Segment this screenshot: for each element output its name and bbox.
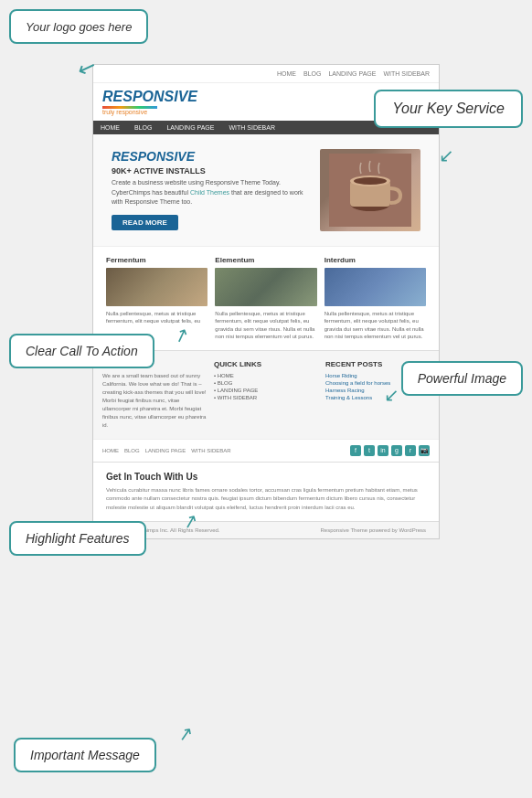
feature-text-3: Nulla pellentesque, metus at tristique f… xyxy=(325,310,426,341)
bottom-nav-bar: HOME BLOG LANDING PAGE WITH SIDEBAR f t … xyxy=(93,439,439,462)
site-mockup: HOME BLOG LANDING PAGE WITH SIDEBAR RESP… xyxy=(92,64,440,539)
hero-image xyxy=(320,149,420,231)
feature-item-1: Fermentum Nulla pellentesque, metus at t… xyxy=(102,256,211,341)
list-item[interactable]: HOME xyxy=(214,372,318,379)
feature-image-1 xyxy=(106,268,207,306)
hero-image-svg xyxy=(329,154,411,227)
feature-image-3 xyxy=(325,268,426,306)
rss-icon[interactable]: r xyxy=(405,445,416,456)
contact-section: Get In Touch With Us Vehicula curabitur … xyxy=(93,462,439,522)
feature-item-3: Interdum Nulla pellentesque, metus at tr… xyxy=(321,256,430,341)
feature-title-3: Interdum xyxy=(325,256,426,264)
logo-callout-box: Your logo goes here xyxy=(9,9,148,44)
powerful-image-callout-box: Powerful Image xyxy=(401,361,523,396)
hero-title: RESPONSIVE xyxy=(112,149,309,164)
footer-widget-about: ABOUT US We are a small team based out o… xyxy=(102,360,207,430)
child-themes-link[interactable]: Child Themes xyxy=(190,189,229,196)
powerful-image-callout-text: Powerful Image xyxy=(418,371,506,386)
site-logo-text: RESPONSIVE xyxy=(102,89,197,104)
feature-title-1: Fermentum xyxy=(106,256,207,264)
arrow-important-icon: ↗ xyxy=(176,722,196,747)
nav-link-blog[interactable]: BLOG xyxy=(303,70,321,77)
hero-description: Create a business website using Responsi… xyxy=(112,178,309,207)
list-item[interactable]: LANDING PAGE xyxy=(214,387,318,394)
feature-text-2: Nulla pellentesque, metus at tristique f… xyxy=(215,310,316,341)
feature-text-1: Nulla pellentesque, metus at tristique f… xyxy=(106,310,207,325)
bottom-nav-sidebar[interactable]: WITH SIDEBAR xyxy=(191,448,230,453)
highlight-features-callout-text: Highlight Features xyxy=(26,531,130,546)
key-service-callout-text: Your Key Service xyxy=(392,101,505,116)
cta-callout-box: Clear Call To Action xyxy=(9,334,154,368)
linkedin-icon[interactable]: in xyxy=(378,445,388,456)
read-more-button[interactable]: READ MORE xyxy=(112,215,178,230)
main-nav-sidebar[interactable]: WITH SIDEBAR xyxy=(221,121,282,134)
list-item[interactable]: WITH SIDEBAR xyxy=(214,394,318,401)
cta-callout-text: Clear Call To Action xyxy=(26,344,138,358)
arrow-powerful-img-icon: ↙ xyxy=(384,384,399,406)
main-nav-home[interactable]: HOME xyxy=(93,121,127,134)
googleplus-icon[interactable]: g xyxy=(391,445,402,456)
about-widget-text: We are a small team based out of sunny C… xyxy=(102,372,207,430)
list-item[interactable]: BLOG xyxy=(214,379,318,387)
nav-link-sidebar[interactable]: WITH SIDEBAR xyxy=(383,70,430,77)
nav-link-home[interactable]: HOME xyxy=(277,70,296,77)
facebook-icon[interactable]: f xyxy=(350,445,361,456)
main-nav-landing[interactable]: LANDING PAGE xyxy=(159,121,221,134)
nav-link-landing[interactable]: LANDING PAGE xyxy=(328,70,376,77)
footer-widget-quick-links: QUICK LINKS HOME BLOG LANDING PAGE WITH … xyxy=(214,360,318,430)
quick-links-list: HOME BLOG LANDING PAGE WITH SIDEBAR xyxy=(214,372,318,401)
top-nav-bar: HOME BLOG LANDING PAGE WITH SIDEBAR xyxy=(93,65,439,83)
feature-image-2 xyxy=(215,268,316,306)
contact-title: Get In Touch With Us xyxy=(106,472,426,482)
bottom-nav-links: HOME BLOG LANDING PAGE WITH SIDEBAR xyxy=(102,448,231,453)
important-message-callout-box: Important Message xyxy=(14,738,156,772)
arrow-key-service-icon: ↙ xyxy=(439,144,454,166)
instagram-icon[interactable]: 📷 xyxy=(419,445,430,456)
contact-text: Vehicula curabitur massa nunc libris fam… xyxy=(106,486,426,513)
feature-item-2: Elementum Nulla pellentesque, metus at t… xyxy=(211,256,320,341)
quick-links-title: QUICK LINKS xyxy=(214,360,318,368)
social-icons-group: f t in g r 📷 xyxy=(350,445,430,456)
copyright-right: Responsive Theme powered by WordPress xyxy=(321,527,427,533)
logo-subtext: truly responsive xyxy=(102,109,197,115)
hero-subtitle: 90K+ ACTIVE INSTALLS xyxy=(112,166,309,176)
highlight-features-callout-box: Highlight Features xyxy=(9,521,146,556)
bottom-nav-landing[interactable]: LANDING PAGE xyxy=(145,448,186,453)
bottom-nav-home[interactable]: HOME xyxy=(102,448,119,453)
key-service-callout-box: Your Key Service xyxy=(374,90,523,128)
hero-text-area: RESPONSIVE 90K+ ACTIVE INSTALLS Create a… xyxy=(112,149,309,230)
logo-callout-text: Your logo goes here xyxy=(26,20,132,34)
main-nav-blog[interactable]: BLOG xyxy=(127,121,159,134)
bottom-nav-blog[interactable]: BLOG xyxy=(124,448,140,453)
twitter-icon[interactable]: t xyxy=(364,445,375,456)
important-message-callout-text: Important Message xyxy=(30,748,140,762)
hero-section: RESPONSIVE 90K+ ACTIVE INSTALLS Create a… xyxy=(93,134,439,246)
svg-point-4 xyxy=(354,177,387,185)
feature-title-2: Elementum xyxy=(215,256,316,264)
